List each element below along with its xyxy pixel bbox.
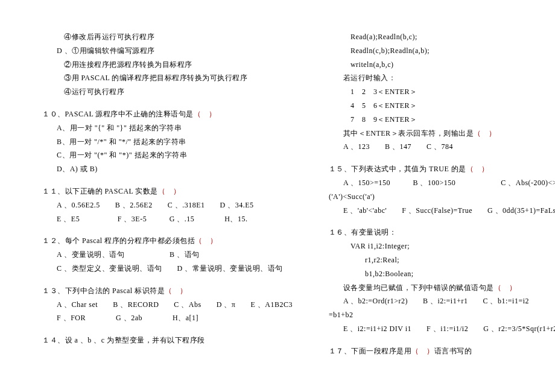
text-line: D 、①用编辑软件编写源程序 — [42, 44, 293, 58]
question-16: １６、有变量说明： — [329, 226, 555, 239]
option-row: C 、类型定义、变量说明、语句 D 、常量说明、变量说明、语句 — [42, 262, 293, 276]
answer-blank: （ ） — [165, 286, 188, 295]
text-line: 若运行时输入： — [329, 71, 555, 85]
input-line: 4 5 6＜ENTER＞ — [329, 99, 555, 113]
answer-blank: （ ） — [195, 236, 218, 245]
question-12: １２、每个 Pascal 程序的分程序中都必须包括（ ） — [42, 234, 293, 248]
left-column: ④修改后再运行可执行程序 D 、①用编辑软件编写源程序 ②用连接程序把源程序转换… — [42, 30, 293, 358]
question-13: １３、下列中合法的 Pascal 标识符是（ ） — [42, 284, 293, 298]
text-line: ③用 PASCAL 的编译程序把目标程序转换为可执行程序 — [42, 71, 293, 85]
text-line: 其中＜ENTER＞表示回车符，则输出是（ ） — [329, 127, 555, 141]
input-line: 7 8 9＜ENTER＞ — [329, 113, 555, 127]
right-column: Read(a);Readln(b,c); Readln(c,b);Readln(… — [329, 30, 555, 358]
option: C、用一对 "(*" 和 "*)" 括起来的字符串 — [42, 148, 293, 162]
option-row: =b1+b2 — [329, 308, 555, 322]
text-line: ④运行可执行程序 — [42, 85, 293, 99]
option: D、A) 或 B) — [42, 162, 293, 176]
answer-blank: （ ） — [494, 283, 517, 292]
input-line: 1 2 3＜ENTER＞ — [329, 85, 555, 99]
code-line: r1,r2:Real; — [329, 253, 555, 267]
code-line: writeln(a,b,c) — [329, 58, 555, 72]
answer-blank: （ ） — [194, 110, 217, 118]
option-row: ('A')<Succ('a') — [329, 190, 555, 204]
option-row: A 、123 B 、147 C 、784 — [329, 140, 555, 154]
option-row: F 、FOR G 、2ab H、a[1] — [42, 311, 293, 325]
option-row: E 、i2:=i1+i2 DIV i1 F 、i1:=i1/i2 G 、r2:=… — [329, 322, 555, 336]
question-11: １１、以下正确的 PASCAL 实数是（ ） — [42, 185, 293, 198]
text-line: ②用连接程序把源程序转换为目标程序 — [42, 58, 293, 72]
option-row: E 、E5 F 、3E-5 G 、.15 H、15. — [42, 212, 293, 226]
code-line: Readln(c,b);Readln(a,b); — [329, 44, 555, 58]
option-row: A 、b2:=Ord(r1>r2) B 、i2:=i1+r1 C 、b1:=i1… — [329, 294, 555, 308]
question-17: １７、下面一段程序是用（ ）语言书写的 — [329, 344, 555, 358]
code-line: b1,b2:Boolean; — [329, 267, 555, 281]
answer-blank: （ ） — [474, 129, 496, 138]
question-15: １５、下列表达式中，其值为 TRUE 的是（ ） — [329, 162, 555, 176]
text-line: ④修改后再运行可执行程序 — [42, 30, 293, 44]
answer-blank: （ ） — [466, 165, 489, 173]
code-line: Read(a);Readln(b,c); — [329, 30, 555, 44]
option-row: A 、150>=150 B 、100>150 C 、Abs(-200)<>200… — [329, 176, 555, 190]
question-10: １０、PASCAL 源程序中不止确的注释语句是（ ） — [42, 107, 293, 121]
answer-blank: （ ） — [411, 347, 434, 355]
text-line: 设各变量均已赋值，下列中错误的赋值语句是（ ） — [329, 281, 555, 295]
option: B、用一对 "/*" 和 "*/" 括起来的字符串 — [42, 135, 293, 149]
option: A、用一对 "{" 和 "}" 括起来的字符串 — [42, 121, 293, 135]
code-line: VAR i1,i2:Integer; — [329, 239, 555, 253]
question-14: １４、设 a 、b 、c 为整型变量，并有以下程序段 — [42, 334, 293, 347]
option-row: A 、变量说明、语句 B 、语句 — [42, 248, 293, 262]
option-row: E 、'ab'<'abc' F 、Succ(False)=True G 、0dd… — [329, 204, 555, 218]
option-row: A 、Char set B 、RECORD C 、Abs D 、π E 、A1B… — [42, 298, 293, 312]
answer-blank: （ ） — [158, 187, 181, 195]
two-column-layout: ④修改后再运行可执行程序 D 、①用编辑软件编写源程序 ②用连接程序把源程序转换… — [42, 30, 537, 358]
option-row: A 、0.56E2.5 B 、2.56E2 C 、.318E1 D 、34.E5 — [42, 198, 293, 212]
